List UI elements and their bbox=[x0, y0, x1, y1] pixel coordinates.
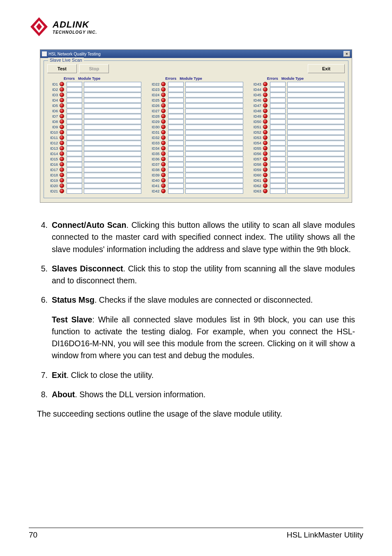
module-type-cell bbox=[84, 114, 141, 119]
module-type-cell bbox=[185, 189, 243, 194]
id-label: ID31 bbox=[149, 130, 161, 134]
errors-cell bbox=[67, 135, 82, 140]
id-label: ID8 bbox=[47, 120, 60, 124]
module-type-cell bbox=[84, 135, 141, 140]
module-type-cell bbox=[287, 119, 345, 124]
column-header: ErrorsModule Type bbox=[251, 76, 345, 81]
module-type-cell bbox=[84, 183, 141, 188]
id-label: ID45 bbox=[251, 93, 263, 97]
slave-row: ID14 bbox=[47, 151, 141, 156]
id-label: ID9 bbox=[47, 125, 60, 129]
id-label: ID21 bbox=[47, 189, 60, 193]
slave-row: ID24 bbox=[149, 92, 243, 97]
close-button[interactable]: × bbox=[344, 51, 350, 57]
module-type-cell bbox=[84, 109, 141, 114]
errors-cell bbox=[67, 167, 82, 172]
slave-row: ID51 bbox=[251, 124, 345, 130]
module-type-cell bbox=[84, 125, 141, 130]
errors-cell bbox=[168, 82, 184, 87]
slave-row: ID45 bbox=[251, 92, 345, 97]
module-type-cell bbox=[185, 125, 243, 130]
errors-cell bbox=[270, 135, 286, 140]
slave-row: ID34 bbox=[149, 146, 243, 151]
slave-row: ID33 bbox=[149, 140, 243, 146]
slave-row: ID55 bbox=[251, 146, 345, 151]
module-type-cell bbox=[287, 114, 345, 119]
status-led-icon bbox=[263, 130, 267, 134]
module-type-cell bbox=[185, 135, 243, 140]
errors-cell bbox=[67, 146, 82, 151]
errors-cell bbox=[168, 146, 184, 151]
module-type-cell bbox=[287, 157, 345, 162]
list-item: 6.Status Msg. Checks if the slave module… bbox=[37, 294, 355, 306]
status-led-icon bbox=[161, 98, 166, 102]
module-type-cell bbox=[185, 173, 243, 178]
slave-row: ID4 bbox=[47, 97, 141, 103]
errors-cell bbox=[168, 151, 184, 156]
slave-row: ID22 bbox=[149, 81, 243, 87]
module-type-cell bbox=[84, 167, 141, 172]
errors-cell bbox=[168, 109, 184, 114]
id-label: ID6 bbox=[47, 109, 60, 113]
id-label: ID41 bbox=[149, 184, 161, 188]
id-label: ID38 bbox=[149, 168, 161, 172]
errors-cell bbox=[67, 87, 82, 92]
module-type-cell bbox=[287, 103, 345, 108]
status-led-icon bbox=[60, 93, 64, 97]
id-label: ID7 bbox=[47, 114, 60, 118]
errors-cell bbox=[270, 130, 286, 135]
module-type-cell bbox=[287, 125, 345, 130]
module-type-cell bbox=[185, 114, 243, 119]
list-item: 4.Connect/Auto Scan. Clicking this butto… bbox=[37, 219, 355, 255]
errors-cell bbox=[168, 173, 184, 178]
errors-cell bbox=[67, 189, 82, 194]
status-led-icon bbox=[60, 103, 64, 108]
status-led-icon bbox=[263, 87, 267, 92]
slave-row: ID11 bbox=[47, 135, 141, 140]
errors-cell bbox=[67, 93, 82, 97]
item-text: About. Shows the DLL version information… bbox=[52, 389, 355, 401]
module-type-cell bbox=[84, 162, 141, 167]
module-type-cell bbox=[84, 146, 141, 151]
status-led-icon bbox=[60, 87, 64, 92]
module-type-cell bbox=[84, 130, 141, 135]
module-type-cell bbox=[84, 141, 141, 146]
slave-row: ID48 bbox=[251, 108, 345, 114]
module-type-cell bbox=[185, 109, 243, 114]
status-led-icon bbox=[263, 114, 267, 118]
status-led-icon bbox=[161, 109, 166, 113]
errors-cell bbox=[270, 109, 286, 114]
id-column: ErrorsModule TypeID43ID44ID45ID46ID47ID4… bbox=[251, 76, 345, 194]
slave-row: ID42 bbox=[149, 188, 243, 194]
errors-cell bbox=[270, 146, 286, 151]
id-label: ID25 bbox=[149, 98, 161, 102]
module-type-cell bbox=[185, 93, 243, 97]
module-type-cell bbox=[84, 157, 141, 162]
id-label: ID60 bbox=[251, 173, 263, 177]
status-led-icon bbox=[263, 183, 267, 188]
slave-row: ID40 bbox=[149, 178, 243, 183]
status-led-icon bbox=[161, 103, 166, 108]
module-type-cell bbox=[185, 151, 243, 156]
status-led-icon bbox=[161, 178, 166, 183]
id-label: ID42 bbox=[149, 189, 161, 193]
id-label: ID28 bbox=[149, 114, 161, 118]
id-label: ID62 bbox=[251, 184, 263, 188]
test-button[interactable]: Test bbox=[47, 64, 77, 73]
errors-header: Errors bbox=[165, 76, 176, 81]
id-label: ID58 bbox=[251, 162, 263, 167]
exit-button[interactable]: Exit bbox=[308, 64, 345, 73]
status-led-icon bbox=[161, 141, 166, 145]
slave-row: ID43 bbox=[251, 81, 345, 87]
item-text: Slaves Disconnect. Click this to stop th… bbox=[52, 263, 355, 287]
module-type-cell bbox=[287, 183, 345, 188]
errors-cell bbox=[168, 103, 184, 108]
stop-button[interactable]: Stop bbox=[79, 64, 109, 73]
status-led-icon bbox=[60, 98, 64, 102]
slave-row: ID39 bbox=[149, 172, 243, 178]
slave-row: ID6 bbox=[47, 108, 141, 114]
window-title: HSL Network Quality Testing bbox=[48, 52, 101, 56]
status-led-icon bbox=[263, 141, 267, 145]
status-led-icon bbox=[161, 130, 166, 134]
slave-row: ID12 bbox=[47, 140, 141, 146]
